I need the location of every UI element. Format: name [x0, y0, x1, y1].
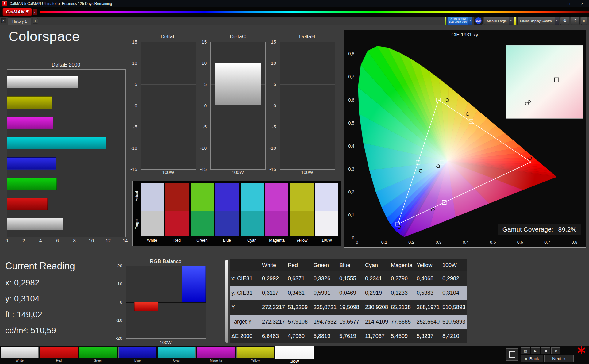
maximize-button[interactable]: □: [562, 0, 576, 7]
close-button[interactable]: ×: [576, 0, 589, 7]
tab-history-1[interactable]: History 1: [8, 17, 31, 25]
gear-icon[interactable]: ⚙: [560, 17, 569, 25]
axis-tick-label: 14: [123, 238, 128, 243]
deltae-bar-green: [7, 178, 57, 190]
patch-cyan[interactable]: Cyan: [158, 347, 196, 364]
y-axis: 151050-5-10-15: [266, 42, 278, 169]
patch-white[interactable]: White: [1, 347, 39, 364]
chevron-right-icon[interactable]: »: [581, 17, 587, 25]
axis-tick-label: 0: [6, 238, 8, 243]
table-cell: 0,2790: [389, 271, 415, 286]
measure-controls: ▤▶◼↻: [521, 347, 560, 354]
table-cell: 0,3104: [441, 286, 467, 300]
patch-yellow[interactable]: Yellow: [236, 347, 274, 364]
axis-tick-label: -10: [200, 145, 207, 150]
table-scrollbar[interactable]: [225, 260, 228, 343]
axis-tick-label: -15: [200, 167, 207, 172]
patch-color: [1, 347, 39, 358]
axis-tick-label: 0: [274, 103, 276, 108]
logo-menu-chevron-down-icon[interactable]: ▼: [33, 9, 37, 15]
x-axis-tick-label: 0: [356, 240, 358, 245]
deltae-bar-yellow: [7, 96, 52, 109]
axis-tick-label: 0: [135, 103, 137, 108]
display-pattern-button[interactable]: ▤: [521, 347, 530, 354]
table-cell: 77,5685: [389, 315, 415, 329]
swatch-actual: [191, 183, 214, 211]
swatch-label: 100W: [315, 236, 338, 244]
patch-color: [197, 347, 235, 358]
table-cell: 5,4509: [389, 329, 415, 343]
x-axis-tick-label: 0,3: [436, 240, 442, 245]
minimize-button[interactable]: –: [549, 0, 562, 7]
table-header-cell: Blue: [338, 259, 364, 271]
axis-tick-label: 15: [132, 39, 137, 44]
x-axis-tick-label: 0,2: [408, 240, 414, 245]
table-header-cell: [230, 259, 260, 271]
calman-logo[interactable]: CalMAN 5: [2, 8, 32, 16]
stop-button[interactable]: ◼: [541, 347, 550, 354]
axis-tick-label: -15: [130, 167, 137, 172]
play-button[interactable]: ▶: [531, 347, 540, 354]
nav-buttons: « Back Next »: [521, 355, 574, 362]
gridline: [141, 148, 196, 148]
plot-area: [210, 42, 266, 170]
deltae-bar-cyan: [7, 137, 106, 149]
chart-title: DeltaH: [280, 34, 334, 40]
pattern-source-button[interactable]: Mobile Forge ▾: [484, 17, 513, 25]
patch-100w[interactable]: 100W: [275, 347, 314, 364]
display-control-button[interactable]: Direct Display Control ▾: [517, 17, 559, 25]
swatch-target: [165, 211, 188, 236]
table-cell: 0,5383: [415, 286, 441, 300]
table-row-label: x: CIE31: [230, 271, 260, 286]
table-row-label: Y: [230, 300, 260, 315]
zero-line: [280, 106, 335, 106]
patch-green[interactable]: Green: [79, 347, 117, 364]
axis-tick-label: -5: [203, 124, 207, 129]
zero-line: [141, 106, 196, 106]
table-cell: 0,1555: [338, 271, 364, 286]
back-chevrons-icon: «: [525, 356, 527, 361]
patch-magenta[interactable]: Magenta: [197, 347, 235, 364]
axis-tick-label: -10: [269, 145, 276, 150]
zero-line: [211, 106, 265, 106]
read-count-badge: 228: [475, 17, 482, 24]
patch-label: Red: [40, 358, 78, 363]
patch-red[interactable]: Red: [40, 347, 78, 364]
axis-tick-label: -10: [116, 317, 122, 323]
back-button[interactable]: « Back: [521, 355, 543, 362]
table-cell: 272,3217: [260, 300, 286, 315]
table-cell: 6,6483: [260, 329, 286, 343]
patch-blue[interactable]: Blue: [118, 347, 156, 364]
chevron-down-icon: ▾: [509, 17, 513, 25]
read-count-button[interactable]: 228: [474, 17, 483, 25]
patch-label: 100W: [275, 359, 314, 364]
table-cell: 272,3217: [260, 315, 286, 329]
deltac-chart: DeltaC 151050-5-10-15 100W: [197, 34, 266, 178]
patch-label: Green: [79, 358, 117, 363]
table-row-label: ΔE 2000: [230, 329, 260, 343]
cie-diagram-panel: 00,10,20,30,40,50,60,70,800,10,20,30,40,…: [344, 30, 586, 248]
add-tab-button[interactable]: +: [33, 18, 38, 24]
patch-label: Magenta: [197, 358, 235, 363]
x-axis-label: 100W: [141, 170, 195, 175]
swatch-column-yellow: Yellow: [290, 183, 313, 246]
plot-area: [141, 42, 196, 170]
rgb-bar-red: [134, 302, 158, 311]
rgb-balance-title: RGB Balance: [126, 259, 205, 265]
refresh-button[interactable]: ↻: [551, 347, 560, 354]
collapse-arrow-icon[interactable]: ▶: [1, 18, 6, 23]
axis-tick-label: 4: [39, 238, 42, 243]
gridline: [41, 70, 41, 237]
x-axis-label: 100W: [280, 170, 334, 175]
swatch-label: White: [141, 236, 164, 244]
pattern-window-button[interactable]: [506, 348, 518, 361]
axis-tick-label: 8: [73, 238, 75, 243]
help-button[interactable]: ?: [571, 17, 580, 25]
next-button[interactable]: Next »: [544, 355, 574, 362]
meter-device-button[interactable]: X-Rite i1Pro 2 LCD Direct View ▾: [447, 17, 473, 25]
axis-tick-label: 5: [135, 82, 137, 87]
swatch-target: [191, 211, 214, 236]
rgb-balance-x-axis-label: 100W: [126, 340, 205, 345]
axis-tick-label: 6: [56, 238, 59, 243]
table-cell: 0,3117: [260, 286, 286, 300]
